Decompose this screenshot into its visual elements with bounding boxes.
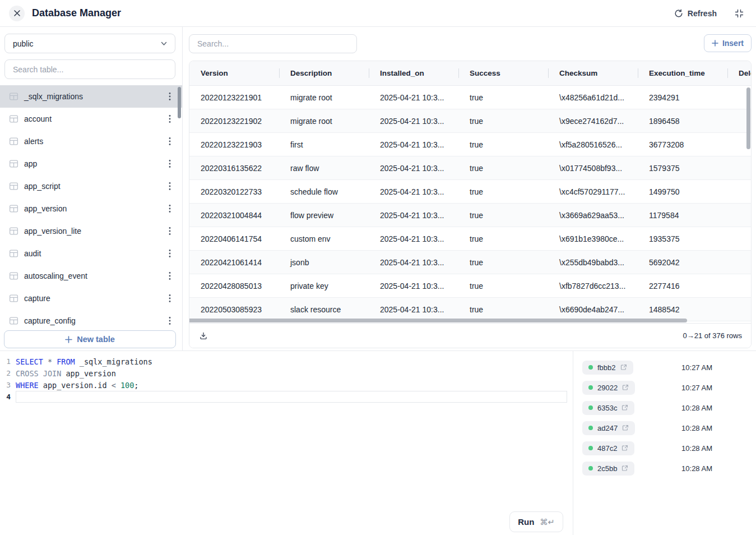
cell-checksum[interactable]: \x255db49babd3... (548, 251, 638, 274)
cell-checksum[interactable]: \x01774508bf93... (548, 156, 638, 179)
cell-version[interactable]: 20220428085013 (189, 274, 279, 297)
column-header[interactable]: Deleted (727, 61, 751, 85)
table-row[interactable]: 20220321004844 flow preview 2025-04-21 1… (189, 204, 751, 227)
cell-version[interactable]: 20220123221901 (189, 86, 279, 109)
sidebar-table-item[interactable]: app (0, 153, 182, 175)
cell-description[interactable]: raw flow (279, 156, 369, 179)
table-row[interactable]: 20220406141754 custom env 2025-04-21 10:… (189, 227, 751, 251)
cell-execution-time[interactable]: 5692042 (638, 251, 727, 274)
cell-description[interactable]: custom env (279, 227, 369, 250)
cell-version[interactable]: 20220406141754 (189, 227, 279, 250)
cell-checksum[interactable]: \x9ece274162d7... (548, 109, 638, 132)
cell-success[interactable]: true (458, 133, 548, 156)
cell-description[interactable]: schedule flow (279, 180, 369, 203)
cell-success[interactable]: true (458, 86, 548, 109)
sidebar-table-item[interactable]: capture_config (0, 310, 182, 330)
cell-checksum[interactable]: \xf5a280516526... (548, 133, 638, 156)
table-search-input[interactable] (4, 59, 175, 79)
cell-installed-on[interactable]: 2025-04-21 10:3... (369, 251, 458, 274)
sidebar-table-item[interactable]: _sqlx_migrations (0, 85, 182, 108)
cell-installed-on[interactable]: 2025-04-21 10:3... (369, 156, 458, 179)
table-menu-button[interactable] (169, 294, 171, 303)
cell-checksum[interactable]: \x6690de4ab247... (548, 298, 638, 321)
cell-success[interactable]: true (458, 251, 548, 274)
column-header[interactable]: Description (279, 61, 369, 85)
results-search-input[interactable] (189, 34, 357, 53)
sidebar-table-item[interactable]: app_script (0, 175, 182, 197)
cell-deleted[interactable] (727, 204, 751, 227)
horizontal-scrollbar[interactable] (189, 319, 687, 322)
cell-installed-on[interactable]: 2025-04-21 10:3... (369, 180, 458, 203)
cell-version[interactable]: 20220320122733 (189, 180, 279, 203)
table-menu-button[interactable] (169, 316, 171, 325)
cell-checksum[interactable]: \x3669a629aa53... (548, 204, 638, 227)
cell-execution-time[interactable]: 1488542 (638, 298, 727, 321)
cell-execution-time[interactable]: 1579375 (638, 156, 727, 179)
cell-checksum[interactable]: \x691b1e3980ce... (548, 227, 638, 250)
cell-description[interactable]: migrate root (279, 109, 369, 132)
refresh-button[interactable]: Refresh (674, 9, 717, 18)
cell-deleted[interactable] (727, 298, 751, 321)
cell-description[interactable]: private key (279, 274, 369, 297)
table-row[interactable]: 20220503085923 slack resource 2025-04-21… (189, 298, 751, 321)
sql-editor[interactable]: 1 SELECT * FROM _sqlx_migrations 2 CROSS… (0, 351, 573, 535)
cell-description[interactable]: migrate root (279, 86, 369, 109)
table-menu-button[interactable] (169, 204, 171, 213)
table-menu-button[interactable] (169, 249, 171, 258)
table-row[interactable]: 20220123221902 migrate root 2025-04-21 1… (189, 109, 751, 133)
column-header[interactable]: Version (189, 61, 279, 85)
cell-execution-time[interactable]: 1935375 (638, 227, 727, 250)
cell-success[interactable]: true (458, 298, 548, 321)
cell-installed-on[interactable]: 2025-04-21 10:3... (369, 109, 458, 132)
table-row[interactable]: 20220123221903 first 2025-04-21 10:3... … (189, 133, 751, 156)
cell-description[interactable]: slack resource (279, 298, 369, 321)
table-row[interactable]: 20220316135622 raw flow 2025-04-21 10:3.… (189, 156, 751, 180)
history-run-pill[interactable]: ad247 (582, 421, 635, 435)
history-run-pill[interactable]: 2c5bb (582, 462, 634, 476)
cell-checksum[interactable]: \x48256a61d21d... (548, 86, 638, 109)
code-line-4-active[interactable]: 4 (0, 391, 573, 403)
cell-checksum[interactable]: \xfb7827d6cc213... (548, 274, 638, 297)
column-header[interactable]: Checksum (548, 61, 638, 85)
cell-execution-time[interactable]: 1179584 (638, 204, 727, 227)
sidebar-scrollbar[interactable] (178, 87, 181, 118)
table-menu-button[interactable] (169, 114, 171, 123)
table-menu-button[interactable] (169, 137, 171, 146)
insert-button[interactable]: Insert (704, 34, 752, 52)
cell-success[interactable]: true (458, 109, 548, 132)
history-run-pill[interactable]: 6353c (582, 401, 634, 415)
code-line-2[interactable]: 2 CROSS JOIN app_version (0, 367, 573, 379)
vertical-scrollbar[interactable] (746, 87, 750, 149)
active-line-highlight[interactable] (16, 391, 567, 403)
download-button[interactable] (199, 331, 208, 340)
table-menu-button[interactable] (169, 92, 171, 101)
cell-version[interactable]: 20220421061414 (189, 251, 279, 274)
cell-description[interactable]: flow preview (279, 204, 369, 227)
table-menu-button[interactable] (169, 159, 171, 168)
new-table-button[interactable]: New table (4, 330, 176, 348)
cell-version[interactable]: 20220123221902 (189, 109, 279, 132)
sidebar-table-item[interactable]: app_version (0, 197, 182, 220)
table-row[interactable]: 20220428085013 private key 2025-04-21 10… (189, 274, 751, 298)
schema-select[interactable]: public (4, 34, 175, 53)
history-run-pill[interactable]: fbbb2 (582, 361, 633, 375)
sidebar-table-item[interactable]: alerts (0, 130, 182, 153)
cell-version[interactable]: 20220503085923 (189, 298, 279, 321)
history-run-pill[interactable]: 487c2 (582, 441, 634, 455)
cell-installed-on[interactable]: 2025-04-21 10:3... (369, 298, 458, 321)
cell-execution-time[interactable]: 2394291 (638, 86, 727, 109)
sidebar-table-item[interactable]: autoscaling_event (0, 265, 182, 287)
cell-deleted[interactable] (727, 227, 751, 250)
sidebar-table-item[interactable]: app_version_lite (0, 220, 182, 242)
table-row[interactable]: 20220123221901 migrate root 2025-04-21 1… (189, 86, 751, 109)
cell-deleted[interactable] (727, 180, 751, 203)
table-menu-button[interactable] (169, 271, 171, 280)
cell-installed-on[interactable]: 2025-04-21 10:3... (369, 86, 458, 109)
table-menu-button[interactable] (169, 227, 171, 236)
cell-description[interactable]: first (279, 133, 369, 156)
cell-success[interactable]: true (458, 204, 548, 227)
run-button[interactable]: Run ⌘↵ (509, 511, 563, 532)
column-header[interactable]: Success (458, 61, 548, 85)
cell-installed-on[interactable]: 2025-04-21 10:3... (369, 204, 458, 227)
sidebar-table-item[interactable]: account (0, 108, 182, 130)
